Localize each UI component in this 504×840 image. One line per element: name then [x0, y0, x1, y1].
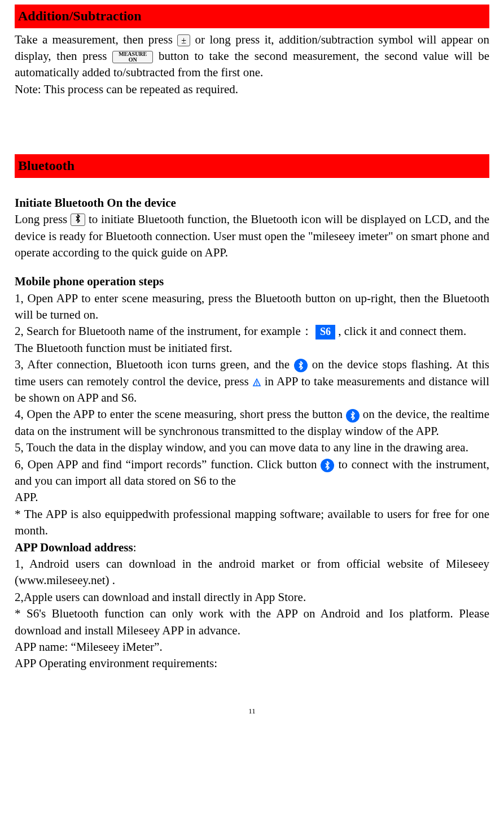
step-2-note: The Bluetooth function must be initiated… [15, 340, 489, 356]
step-4: 4, Open the APP to enter the scene measu… [15, 406, 489, 439]
note-platform: * S6's Bluetooth function can only work … [15, 606, 489, 639]
addsub-paragraph: Take a measurement, then press ± or long… [15, 32, 489, 81]
step-2: 2, Search for Bluetooth name of the inst… [15, 323, 489, 340]
section-header-addsub: Addition/Subtraction [15, 5, 489, 28]
step2-text-a: 2, Search for Bluetooth name of the inst… [15, 324, 313, 338]
page-number: 11 [15, 706, 489, 716]
step6-text-a: 6, Open APP and find “import records” fu… [15, 458, 321, 471]
step-3: 3, After connection, Bluetooth icon turn… [15, 356, 489, 406]
step-1: 1, Open APP to enter scene measuring, pr… [15, 290, 489, 324]
env-req-line: APP Operating environment requirements: [15, 655, 489, 672]
step-6: 6, Open APP and find “import records” fu… [15, 456, 489, 490]
note-mapping: * The APP is also equippedwith professio… [15, 506, 489, 539]
download-heading: APP Download address [15, 541, 133, 554]
init-text-b: to initiate Bluetooth function, the Blue… [15, 212, 489, 259]
step3-text-a: 3, After connection, Bluetooth icon turn… [15, 358, 290, 371]
download-2: 2,Apple users can download and install d… [15, 589, 489, 606]
s6-badge-icon: S6 [315, 325, 335, 339]
step4-text-a: 4, Open the APP to enter the scene measu… [15, 407, 343, 421]
step2-text-b: , click it and connect them. [338, 324, 466, 338]
mobile-steps-heading: Mobile phone operation steps [15, 273, 489, 290]
download-colon: : [133, 541, 137, 554]
app-name-line: APP name: “Mileseey iMeter”. [15, 639, 489, 655]
measure-on-button-icon: MEASUREON [112, 51, 153, 63]
bluetooth-circle-icon [294, 359, 308, 372]
bluetooth-circle-icon [346, 409, 360, 423]
step-5: 5, Touch the data in the display window,… [15, 439, 489, 456]
plus-minus-button-icon: ± [177, 34, 190, 46]
bluetooth-circle-icon [321, 459, 334, 472]
measure-triangle-icon [252, 378, 261, 387]
addsub-note: Note: This process can be repeated as re… [15, 81, 489, 98]
download-heading-line: APP Download address: [15, 539, 489, 556]
addsub-text-1: Take a measurement, then press [15, 33, 177, 46]
step-6-app: APP. [15, 489, 489, 506]
init-text-a: Long press [15, 212, 71, 226]
download-1: 1, Android users can download in the and… [15, 556, 489, 589]
initiate-heading: Initiate Bluetooth On the device [15, 195, 489, 211]
section-header-bluetooth: Bluetooth [15, 154, 489, 178]
initiate-paragraph: Long press to initiate Bluetooth functio… [15, 211, 489, 261]
bluetooth-button-icon [71, 214, 85, 226]
